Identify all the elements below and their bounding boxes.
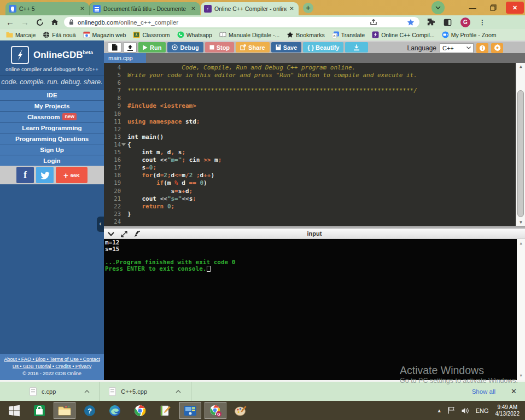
show-all-downloads-button[interactable]: Show all	[472, 388, 495, 395]
close-button[interactable]: ✕	[506, 2, 524, 14]
share-icon[interactable]	[370, 19, 377, 26]
sidebar-header: OnlineGDBbeta online compiler and debugg…	[0, 40, 104, 75]
bookmark-star-icon[interactable]	[407, 19, 415, 26]
download-chip-c.cpp[interactable]: c.cpp	[0, 382, 100, 401]
taskbar-photos-icon[interactable]	[179, 402, 201, 419]
tab-title: Document fără titlu - Documente	[103, 5, 188, 12]
taskbar-help-icon[interactable]: ?	[79, 402, 101, 419]
beautify-button[interactable]: { } Beautify	[303, 42, 343, 52]
taskbar-chrome-icon[interactable]	[129, 402, 151, 419]
language-select[interactable]: C++	[440, 43, 474, 53]
taskbar-clock[interactable]: 9:49 AM 4/13/2022	[495, 404, 520, 417]
bookmark-item-6[interactable]: Bookmarks	[287, 31, 325, 38]
console-scroll-down[interactable]: ▼	[517, 372, 525, 379]
sidebar-item-programming-questions[interactable]: Programming Questions	[0, 133, 104, 144]
minimize-button[interactable]: —	[465, 4, 480, 12]
sidebar-item-my-projects[interactable]: My Projects	[0, 100, 104, 111]
console-scrollbar[interactable]: ▲ ▼	[517, 239, 525, 380]
follow-count-button[interactable]: +66K	[56, 167, 88, 183]
editor-scrollbar[interactable]: ▲ ▼	[516, 63, 525, 226]
taskbar-paint-icon[interactable]	[230, 402, 252, 419]
taskbar-chrome-profile-icon[interactable]: G	[205, 402, 226, 419]
bookmark-item-1[interactable]: Filă nouă	[43, 31, 75, 38]
new-file-button[interactable]	[108, 42, 121, 52]
code-editor[interactable]: 456789101112131415161718192021222324 Cod…	[104, 63, 525, 226]
keyboard-language[interactable]: ENG	[476, 407, 489, 414]
download-chip-C++5.cpp[interactable]: C++5.cpp	[100, 382, 191, 401]
footer-links-line2[interactable]: Us • GDB Tutorial • Credits • Privacy	[0, 363, 104, 370]
sidebar-item-classroom[interactable]: Classroomnew	[0, 111, 104, 122]
extensions-puzzle-icon[interactable]	[427, 18, 435, 26]
download-button[interactable]	[345, 42, 368, 52]
browser-tab-2[interactable]: Online C++ Compiler - online ed✕	[201, 2, 299, 15]
home-button[interactable]	[50, 18, 59, 27]
downloads-bar-close-icon[interactable]: ✕	[511, 387, 517, 395]
code-line-24	[127, 218, 525, 226]
sidebar-item-sign-up[interactable]: Sign Up	[0, 144, 104, 155]
download-chevron-icon[interactable]	[176, 390, 181, 393]
download-chevron-icon[interactable]	[84, 390, 90, 393]
browser-tab-0[interactable]: C++ 5✕	[5, 2, 89, 15]
side-panel-icon[interactable]	[444, 19, 452, 26]
tray-show-hidden-icons[interactable]: ▲	[437, 408, 442, 413]
bookmark-item-5[interactable]: Manuale Digitale -...	[219, 31, 279, 38]
bookmark-item-3[interactable]: Classroom	[133, 31, 170, 38]
browser-tab-1[interactable]: Document fără titlu - Documente✕	[90, 2, 200, 15]
bookmark-item-8[interactable]: Online C++ Compil...	[372, 31, 434, 38]
bookmark-item-2[interactable]: Magazin web	[83, 31, 126, 38]
facebook-button[interactable]: f	[16, 167, 34, 183]
save-button[interactable]: Save	[271, 42, 302, 52]
file-tab-main-cpp[interactable]: main.cpp	[104, 53, 146, 63]
code-line-23: }	[127, 211, 525, 218]
scroll-up-arrow[interactable]: ▲	[516, 63, 525, 70]
debug-button[interactable]: Debug	[167, 42, 203, 52]
code-line-8	[127, 95, 525, 102]
console-output[interactable]: m=12s=15 ...Program finished with exit c…	[104, 239, 525, 380]
tab-close-icon[interactable]: ✕	[288, 5, 295, 13]
info-button[interactable]	[476, 43, 488, 53]
footer-links-line1[interactable]: About • FAQ • Blog • Terms of Use • Cont…	[0, 356, 104, 363]
browser-menu-icon[interactable]: ⋮	[479, 19, 486, 26]
tab-close-icon[interactable]: ✕	[79, 5, 86, 13]
code-line-4: Code, Compile, Run and Debug C++ program…	[127, 64, 525, 72]
taskbar-edge-icon[interactable]	[104, 402, 126, 419]
line-number: 11	[104, 118, 125, 126]
sidebar-item-learn-programming[interactable]: Learn Programming	[0, 122, 104, 133]
stop-button[interactable]: Stop	[205, 42, 234, 52]
run-button[interactable]: Run	[138, 42, 166, 52]
address-bar[interactable]: onlinegdb.com/online_c++_compiler	[64, 17, 419, 27]
sidebar-item-login[interactable]: Login	[0, 155, 104, 166]
upload-file-button[interactable]	[123, 42, 137, 52]
restore-button[interactable]	[486, 4, 500, 11]
action-center-flag-icon[interactable]	[447, 407, 455, 414]
code-line-5: Write your code in this editor and press…	[127, 72, 525, 79]
classroom-icon	[133, 31, 140, 38]
console-scroll-up[interactable]: ▲	[517, 240, 525, 247]
bookmark-item-4[interactable]: Whatsapp	[177, 31, 212, 38]
sidebar-item-ide[interactable]: IDE	[0, 89, 104, 100]
forward-button[interactable]: →	[20, 18, 30, 27]
twitter-button[interactable]	[36, 167, 54, 183]
taskbar-journal-icon[interactable]	[154, 402, 176, 419]
bookmark-item-0[interactable]: Marcaje	[6, 31, 36, 38]
volume-icon[interactable]	[462, 407, 469, 414]
new-tab-button[interactable]: +	[303, 3, 313, 13]
share-button[interactable]: Share	[236, 42, 270, 52]
bookmark-item-7[interactable]: AaTranslate	[332, 31, 365, 38]
scrollbar-thumb[interactable]	[517, 90, 524, 217]
webstore-icon	[83, 31, 90, 38]
bookmark-item-9[interactable]: My Profile - Zoom	[442, 31, 497, 38]
back-button[interactable]: ←	[5, 18, 15, 27]
reload-button[interactable]	[35, 18, 44, 27]
profile-avatar[interactable]: G	[460, 18, 470, 27]
tab-close-icon[interactable]: ✕	[190, 5, 197, 13]
zoom-icon	[442, 31, 449, 38]
sidebar-collapse-handle[interactable]: ‹	[97, 217, 104, 232]
settings-gear-button[interactable]	[491, 43, 503, 53]
taskbar-store-icon[interactable]	[28, 402, 50, 419]
taskbar-start-icon[interactable]	[3, 402, 25, 419]
scroll-down-arrow[interactable]: ▼	[516, 219, 525, 226]
fold-arrow-icon[interactable]	[121, 143, 126, 146]
taskbar-explorer-icon[interactable]	[54, 402, 75, 419]
browser-profile-chevron-icon[interactable]	[431, 1, 445, 14]
